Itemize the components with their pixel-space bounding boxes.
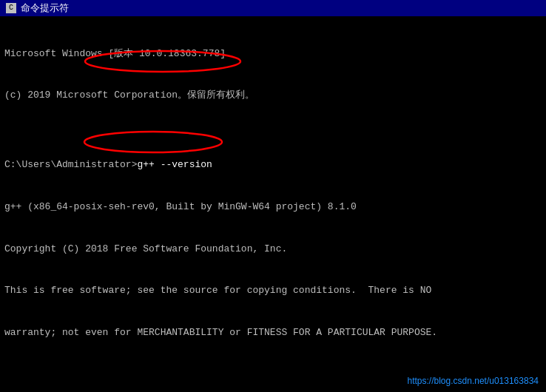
title-text: 命令提示符 [21,1,69,15]
watermark: https://blog.csdn.net/u013163834 [408,376,539,386]
line-8: warranty; not even for MERCHANTABILITY o… [4,326,542,340]
line-2: (c) 2019 Microsoft Corporation。保留所有权利。 [4,89,542,103]
line-5: g++ (x86_64-posix-seh-rev0, Built by Min… [4,200,542,214]
cmd-1: g++ --version [137,159,212,170]
line-4: C:\Users\Administrator>g++ --version [4,158,542,172]
prompt-1: C:\Users\Administrator> [4,159,137,170]
line-1: Microsoft Windows [版本 10.0.18363.778] [4,47,542,61]
terminal-body: Microsoft Windows [版本 10.0.18363.778] (c… [0,16,546,392]
cmd-icon: C [6,3,16,13]
line-6: Copyright (C) 2018 Free Software Foundat… [4,243,542,257]
title-bar: C 命令提示符 [0,0,546,16]
line-7: This is free software; see the source fo… [4,284,542,298]
